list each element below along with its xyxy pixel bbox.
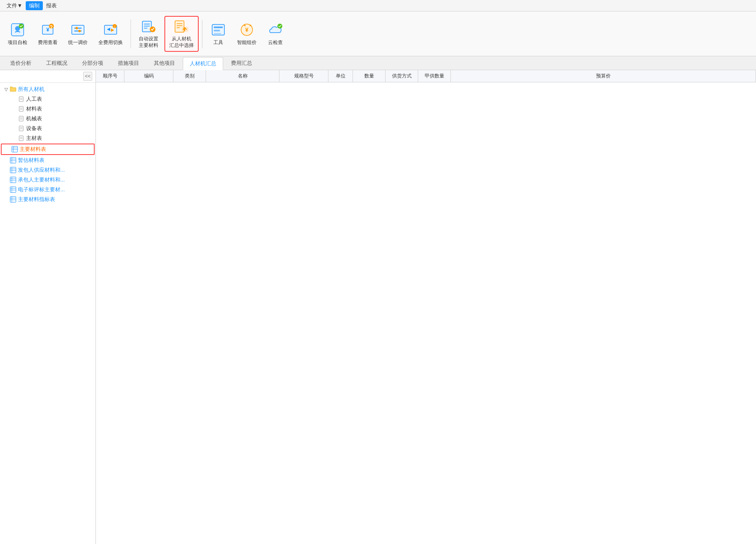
tabs-bar: 造价分析 工程概况 分部分项 措施项目 其他项目 人材机汇总 费用汇总 xyxy=(0,56,756,70)
fee-icon: ¥ xyxy=(40,22,56,38)
svg-point-10 xyxy=(78,30,81,32)
tab-parts[interactable]: 分部分项 xyxy=(75,57,110,69)
tools-icon xyxy=(210,22,226,38)
sidebar: << ▽ 所有人材机 xyxy=(0,70,96,544)
tree-root[interactable]: ▽ 所有人材机 xyxy=(0,84,95,94)
select-from-button[interactable]: 从人材机 汇总中选择 xyxy=(164,16,199,52)
auto-set-label: 自动设置 主要材料 xyxy=(139,36,158,49)
toolbar-divider-1 xyxy=(131,20,131,48)
tree-node-etender[interactable]: 电子标评标主要材... xyxy=(0,185,95,195)
tree-root-label: 所有人材机 xyxy=(18,86,44,93)
main-material-sub-label: 主材表 xyxy=(26,135,42,142)
auto-set-button[interactable]: 自动设置 主要材料 xyxy=(134,16,163,52)
doc-icon-material xyxy=(18,106,24,112)
doc-icon-equipment xyxy=(18,125,24,132)
switch-icon: ↕ xyxy=(102,22,119,38)
sidebar-header: << xyxy=(0,70,95,83)
menu-file[interactable]: 文件▼ xyxy=(3,1,26,10)
etender-label: 电子标评标主要材... xyxy=(18,186,65,193)
tab-others[interactable]: 其他项目 xyxy=(147,57,182,69)
self-check-label: 项目自检 xyxy=(8,40,27,46)
smart-price-button[interactable]: ¥ 智能组价 xyxy=(233,16,261,52)
tree-node-labor[interactable]: 人工表 xyxy=(8,94,95,104)
table-icon-estimate xyxy=(10,157,16,164)
tree-node-equipment[interactable]: 设备表 xyxy=(8,124,95,133)
tree-node-contractor[interactable]: 承包人主要材料和... xyxy=(0,175,95,185)
menu-edit[interactable]: 编制 xyxy=(26,1,43,10)
tools-button[interactable]: 工具 xyxy=(206,16,231,52)
fee-view-button[interactable]: ¥ 费用查看 xyxy=(33,16,62,52)
svg-text:↕: ↕ xyxy=(114,24,116,29)
doc-icon-machinery xyxy=(18,115,24,122)
doc-icon-main-sub xyxy=(18,135,24,142)
svg-rect-67 xyxy=(10,197,16,202)
estimate-label: 暂估材料表 xyxy=(18,157,44,164)
tree-node-main-index[interactable]: 主要材料指标表 xyxy=(0,195,95,204)
adjust-icon xyxy=(70,22,86,38)
main-content: << ▽ 所有人材机 xyxy=(0,70,756,544)
select-from-label: 从人材机 汇总中选择 xyxy=(169,36,194,49)
self-check-button[interactable]: 项目自检 xyxy=(3,16,32,52)
cloud-check-button[interactable]: 云检查 xyxy=(263,16,288,52)
tab-measures[interactable]: 措施项目 xyxy=(111,57,146,69)
smart-icon: ¥ xyxy=(239,22,255,38)
tree-node-machinery[interactable]: 机械表 xyxy=(8,114,95,124)
cloud-icon xyxy=(267,22,284,38)
svg-rect-47 xyxy=(12,146,18,152)
fee-switch-label: 全费用切换 xyxy=(98,40,123,46)
tree-children: 人工表 材料表 xyxy=(0,94,95,143)
tab-overview[interactable]: 工程概况 xyxy=(39,57,74,69)
table-icon-owner xyxy=(10,167,16,173)
th-unit: 单位 xyxy=(328,70,353,82)
auto-icon xyxy=(140,19,157,35)
labor-label: 人工表 xyxy=(26,95,42,103)
fee-switch-button[interactable]: ↕ 全费用切换 xyxy=(94,16,127,52)
table-icon-index xyxy=(10,196,16,203)
th-seq: 顺序号 xyxy=(96,70,124,82)
svg-rect-44 xyxy=(19,136,23,141)
tree-node-owner-supply[interactable]: 发包人供应材料和... xyxy=(0,165,95,175)
unified-adjust-label: 统一调价 xyxy=(68,40,88,46)
smart-price-label: 智能组价 xyxy=(237,40,257,46)
collapse-button[interactable]: << xyxy=(83,72,92,81)
tools-label: 工具 xyxy=(213,40,223,46)
table-icon-contractor xyxy=(10,177,16,183)
svg-rect-41 xyxy=(19,126,23,131)
contractor-label: 承包人主要材料和... xyxy=(18,176,65,184)
table-header: 顺序号 编码 类别 名称 规格型号 单位 数量 供货方式 甲供数量 预算价 xyxy=(96,70,756,82)
tab-material-summary[interactable]: 人材机汇总 xyxy=(183,57,223,70)
th-code: 编码 xyxy=(124,70,173,82)
main-index-label: 主要材料指标表 xyxy=(18,196,55,203)
th-quantity: 数量 xyxy=(353,70,386,82)
th-supply-mode: 供货方式 xyxy=(386,70,418,82)
machinery-label: 机械表 xyxy=(26,115,42,122)
svg-rect-6 xyxy=(72,25,84,34)
svg-rect-32 xyxy=(19,97,23,102)
th-name: 名称 xyxy=(206,70,279,82)
tab-fee-summary[interactable]: 费用汇总 xyxy=(224,57,259,69)
tree-node-estimate[interactable]: 暂估材料表 xyxy=(0,155,95,165)
select-icon xyxy=(173,19,190,34)
main-material-label: 主要材料表 xyxy=(20,146,46,153)
th-spec: 规格型号 xyxy=(279,70,328,82)
svg-point-9 xyxy=(75,27,78,29)
menu-report[interactable]: 报表 xyxy=(43,1,60,10)
tree-node-main-material[interactable]: 主要材料表 xyxy=(1,144,95,155)
table-icon-etender xyxy=(10,186,16,193)
toggle-icon: ▽ xyxy=(3,86,9,92)
tab-cost-analysis[interactable]: 造价分析 xyxy=(3,57,38,69)
tree: ▽ 所有人材机 xyxy=(0,83,95,206)
toolbar-divider-2 xyxy=(202,20,202,48)
svg-text:¥: ¥ xyxy=(46,27,49,33)
unified-adjust-button[interactable]: 统一调价 xyxy=(64,16,92,52)
svg-rect-27 xyxy=(214,30,220,31)
folder-icon xyxy=(10,86,16,93)
owner-supply-label: 发包人供应材料和... xyxy=(18,166,65,174)
leaf-spacer xyxy=(11,96,17,102)
tree-node-material[interactable]: 材料表 xyxy=(8,104,95,114)
material-label: 材料表 xyxy=(26,105,42,113)
tree-node-main-material-sub[interactable]: 主材表 xyxy=(8,133,95,143)
th-owner-qty: 甲供数量 xyxy=(418,70,451,82)
svg-rect-26 xyxy=(214,27,223,28)
svg-text:¥: ¥ xyxy=(245,27,248,33)
